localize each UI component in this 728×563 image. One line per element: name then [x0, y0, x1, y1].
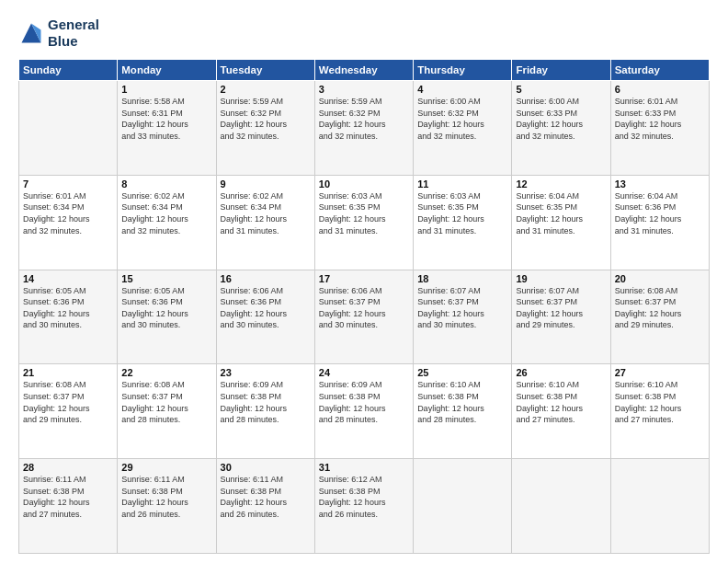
cell-w3-d4: 17Sunrise: 6:06 AM Sunset: 6:37 PM Dayli…	[314, 270, 413, 364]
day-number: 21	[23, 367, 113, 378]
cell-w3-d3: 16Sunrise: 6:06 AM Sunset: 6:36 PM Dayli…	[216, 270, 314, 364]
day-number: 14	[23, 273, 113, 284]
day-number: 11	[417, 178, 507, 190]
col-wednesday: Wednesday	[314, 60, 413, 81]
week-row-1: 1Sunrise: 5:58 AM Sunset: 6:31 PM Daylig…	[19, 81, 710, 176]
cell-w3-d7: 20Sunrise: 6:08 AM Sunset: 6:37 PM Dayli…	[610, 270, 709, 364]
cell-w2-d4: 10Sunrise: 6:03 AM Sunset: 6:35 PM Dayli…	[314, 175, 413, 270]
day-number: 23	[221, 367, 311, 378]
cell-w5-d5	[414, 459, 512, 554]
cell-info: Sunrise: 6:04 AM Sunset: 6:35 PM Dayligh…	[516, 190, 606, 236]
cell-info: Sunrise: 5:59 AM Sunset: 6:32 PM Dayligh…	[221, 96, 311, 142]
cell-w1-d6: 5Sunrise: 6:00 AM Sunset: 6:33 PM Daylig…	[512, 81, 610, 176]
cell-info: Sunrise: 6:09 AM Sunset: 6:38 PM Dayligh…	[319, 379, 409, 425]
col-saturday: Saturday	[610, 60, 709, 81]
cell-w3-d5: 18Sunrise: 6:07 AM Sunset: 6:37 PM Dayli…	[414, 270, 512, 364]
day-number: 3	[319, 84, 409, 95]
day-number: 16	[221, 273, 311, 284]
cell-info: Sunrise: 6:05 AM Sunset: 6:36 PM Dayligh…	[121, 285, 211, 331]
cell-info: Sunrise: 5:58 AM Sunset: 6:31 PM Dayligh…	[121, 96, 211, 142]
day-number: 29	[121, 462, 211, 473]
logo: General Blue	[18, 17, 99, 50]
col-friday: Friday	[512, 60, 610, 81]
day-number: 25	[417, 367, 507, 378]
day-number: 8	[121, 178, 211, 190]
week-row-4: 21Sunrise: 6:08 AM Sunset: 6:37 PM Dayli…	[19, 364, 710, 459]
week-row-3: 14Sunrise: 6:05 AM Sunset: 6:36 PM Dayli…	[19, 270, 710, 364]
cell-info: Sunrise: 6:11 AM Sunset: 6:38 PM Dayligh…	[221, 474, 311, 520]
cell-w1-d3: 2Sunrise: 5:59 AM Sunset: 6:32 PM Daylig…	[216, 81, 314, 176]
cell-info: Sunrise: 6:08 AM Sunset: 6:37 PM Dayligh…	[23, 379, 113, 425]
cell-w4-d4: 24Sunrise: 6:09 AM Sunset: 6:38 PM Dayli…	[314, 364, 413, 459]
cell-info: Sunrise: 6:00 AM Sunset: 6:32 PM Dayligh…	[417, 96, 507, 142]
cell-w1-d2: 1Sunrise: 5:58 AM Sunset: 6:31 PM Daylig…	[118, 81, 216, 176]
calendar-body: 1Sunrise: 5:58 AM Sunset: 6:31 PM Daylig…	[19, 81, 710, 554]
day-number: 28	[23, 462, 113, 473]
day-number: 13	[615, 178, 705, 190]
cell-w2-d3: 9Sunrise: 6:02 AM Sunset: 6:34 PM Daylig…	[216, 175, 314, 270]
cell-w4-d2: 22Sunrise: 6:08 AM Sunset: 6:37 PM Dayli…	[118, 364, 216, 459]
page-header: General Blue	[18, 17, 710, 50]
cell-info: Sunrise: 6:00 AM Sunset: 6:33 PM Dayligh…	[516, 96, 606, 142]
cell-w4-d7: 27Sunrise: 6:10 AM Sunset: 6:38 PM Dayli…	[610, 364, 709, 459]
col-thursday: Thursday	[414, 60, 512, 81]
cell-info: Sunrise: 6:10 AM Sunset: 6:38 PM Dayligh…	[516, 379, 606, 425]
day-number: 6	[615, 84, 705, 95]
cell-info: Sunrise: 6:09 AM Sunset: 6:38 PM Dayligh…	[221, 379, 311, 425]
cell-info: Sunrise: 6:11 AM Sunset: 6:38 PM Dayligh…	[23, 474, 113, 520]
cell-w5-d4: 31Sunrise: 6:12 AM Sunset: 6:38 PM Dayli…	[314, 459, 413, 554]
cell-w4-d1: 21Sunrise: 6:08 AM Sunset: 6:37 PM Dayli…	[19, 364, 118, 459]
cell-info: Sunrise: 6:06 AM Sunset: 6:37 PM Dayligh…	[319, 285, 409, 331]
week-row-5: 28Sunrise: 6:11 AM Sunset: 6:38 PM Dayli…	[19, 459, 710, 554]
cell-w4-d5: 25Sunrise: 6:10 AM Sunset: 6:38 PM Dayli…	[414, 364, 512, 459]
day-number: 20	[615, 273, 705, 284]
cell-w2-d5: 11Sunrise: 6:03 AM Sunset: 6:35 PM Dayli…	[414, 175, 512, 270]
day-number: 26	[516, 367, 606, 378]
cell-info: Sunrise: 6:04 AM Sunset: 6:36 PM Dayligh…	[615, 190, 705, 236]
cell-w5-d3: 30Sunrise: 6:11 AM Sunset: 6:38 PM Dayli…	[216, 459, 314, 554]
cell-info: Sunrise: 6:03 AM Sunset: 6:35 PM Dayligh…	[417, 190, 507, 236]
day-number: 22	[121, 367, 211, 378]
cell-info: Sunrise: 6:07 AM Sunset: 6:37 PM Dayligh…	[417, 285, 507, 331]
cell-w4-d6: 26Sunrise: 6:10 AM Sunset: 6:38 PM Dayli…	[512, 364, 610, 459]
cell-info: Sunrise: 6:03 AM Sunset: 6:35 PM Dayligh…	[319, 190, 409, 236]
cell-w3-d6: 19Sunrise: 6:07 AM Sunset: 6:37 PM Dayli…	[512, 270, 610, 364]
day-number: 30	[221, 462, 311, 473]
cell-w1-d4: 3Sunrise: 5:59 AM Sunset: 6:32 PM Daylig…	[314, 81, 413, 176]
cell-info: Sunrise: 6:10 AM Sunset: 6:38 PM Dayligh…	[615, 379, 705, 425]
day-number: 27	[615, 367, 705, 378]
day-number: 15	[121, 273, 211, 284]
cell-w5-d2: 29Sunrise: 6:11 AM Sunset: 6:38 PM Dayli…	[118, 459, 216, 554]
day-number: 5	[516, 84, 606, 95]
day-number: 7	[23, 178, 113, 190]
cell-w5-d6	[512, 459, 610, 554]
logo-text: General Blue	[48, 17, 99, 50]
cell-w4-d3: 23Sunrise: 6:09 AM Sunset: 6:38 PM Dayli…	[216, 364, 314, 459]
day-number: 1	[121, 84, 211, 95]
cell-w5-d1: 28Sunrise: 6:11 AM Sunset: 6:38 PM Dayli…	[19, 459, 118, 554]
day-number: 4	[417, 84, 507, 95]
day-number: 9	[221, 178, 311, 190]
cell-w2-d7: 13Sunrise: 6:04 AM Sunset: 6:36 PM Dayli…	[610, 175, 709, 270]
cell-info: Sunrise: 6:01 AM Sunset: 6:34 PM Dayligh…	[23, 190, 113, 236]
cell-info: Sunrise: 6:11 AM Sunset: 6:38 PM Dayligh…	[121, 474, 211, 520]
col-sunday: Sunday	[19, 60, 118, 81]
day-number: 18	[417, 273, 507, 284]
cell-info: Sunrise: 6:12 AM Sunset: 6:38 PM Dayligh…	[319, 474, 409, 520]
header-row: Sunday Monday Tuesday Wednesday Thursday…	[19, 60, 710, 81]
cell-w5-d7	[610, 459, 709, 554]
day-number: 17	[319, 273, 409, 284]
cell-info: Sunrise: 6:02 AM Sunset: 6:34 PM Dayligh…	[121, 190, 211, 236]
day-number: 12	[516, 178, 606, 190]
cell-w1-d1	[19, 81, 118, 176]
cell-info: Sunrise: 6:10 AM Sunset: 6:38 PM Dayligh…	[417, 379, 507, 425]
day-number: 31	[319, 462, 409, 473]
cell-info: Sunrise: 6:01 AM Sunset: 6:33 PM Dayligh…	[615, 96, 705, 142]
day-number: 10	[319, 178, 409, 190]
cell-info: Sunrise: 6:06 AM Sunset: 6:36 PM Dayligh…	[221, 285, 311, 331]
calendar-table: Sunday Monday Tuesday Wednesday Thursday…	[18, 59, 710, 554]
col-monday: Monday	[118, 60, 216, 81]
day-number: 24	[319, 367, 409, 378]
day-number: 2	[221, 84, 311, 95]
cell-w1-d7: 6Sunrise: 6:01 AM Sunset: 6:33 PM Daylig…	[610, 81, 709, 176]
